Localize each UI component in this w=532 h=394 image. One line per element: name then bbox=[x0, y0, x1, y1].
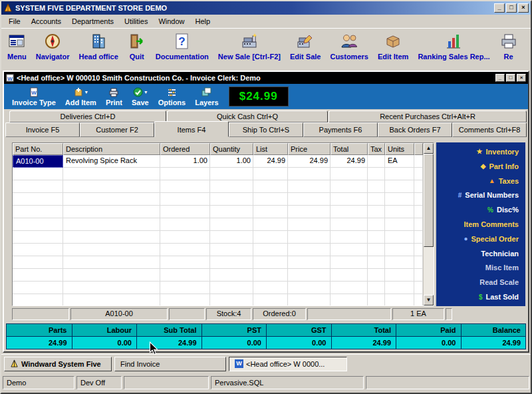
navigator-button[interactable]: Navigator bbox=[31, 30, 74, 61]
col-header-units[interactable]: Units bbox=[385, 143, 414, 155]
invoice-type-button[interactable]: W Invoice Type bbox=[7, 87, 61, 107]
invoice-minimize-icon[interactable]: _ bbox=[495, 74, 505, 82]
taskbar-invoice-window-button[interactable]: W <Head office> W 0000... bbox=[229, 357, 347, 371]
sidebar-item-item-comments[interactable]: Item Comments bbox=[436, 220, 525, 228]
tab-items[interactable]: Items F4 bbox=[154, 121, 229, 137]
invoice-window-icon: W bbox=[6, 74, 14, 82]
cash-register-icon bbox=[240, 31, 259, 52]
table-row[interactable]: A010-00 Revolving Spice Rack 1.00 1.00 2… bbox=[13, 155, 423, 168]
menu-window[interactable]: Window bbox=[153, 16, 190, 27]
window-taskbar: Windward System Five Find Invoice W <Hea… bbox=[1, 354, 531, 373]
invoice-toolbar: W Invoice Type ▾ Add Item Print bbox=[4, 84, 528, 109]
cell-part-no[interactable]: A010-00 bbox=[13, 155, 63, 168]
summary-header-paid: Paid bbox=[396, 324, 461, 337]
bar-chart-icon bbox=[444, 31, 463, 52]
summary-values-row: 24.99 0.00 24.99 0.00 0.00 24.99 0.00 24… bbox=[7, 337, 525, 349]
summary-header-row: Parts Labour Sub Total PST GST Total Pai… bbox=[7, 324, 525, 337]
col-header-part-no[interactable]: Part No. bbox=[13, 143, 63, 155]
options-button[interactable]: Options bbox=[154, 87, 191, 107]
summary-header-gst: GST bbox=[266, 324, 331, 337]
close-button-icon[interactable]: × bbox=[518, 3, 529, 13]
col-header-tax[interactable]: Tax bbox=[368, 143, 385, 155]
col-header-price[interactable]: Price bbox=[288, 143, 331, 155]
tab-payments[interactable]: Payments F6 bbox=[303, 122, 378, 137]
tab-comments[interactable]: Comments Ctrl+F8 bbox=[452, 122, 527, 137]
grid-body[interactable]: A010-00 Revolving Spice Rack 1.00 1.00 2… bbox=[13, 155, 423, 305]
sidebar-item-serial-numbers[interactable]: #Serial Numbers bbox=[436, 191, 525, 199]
sidebar-item-inventory[interactable]: ★Inventory bbox=[436, 148, 525, 156]
cell-description[interactable]: Revolving Spice Rack bbox=[63, 155, 160, 168]
mdi-area: W <Head office> W 000010 Smith Construct… bbox=[1, 69, 531, 354]
status-panel-blank-1 bbox=[124, 376, 209, 389]
tab-ship-to[interactable]: Ship To Ctrl+S bbox=[229, 122, 303, 137]
edit-sale-button[interactable]: Edit Sale bbox=[285, 30, 325, 61]
cell-units[interactable]: EA bbox=[385, 155, 414, 168]
status-units: 1 EA bbox=[392, 308, 444, 320]
sidebar-item-taxes[interactable]: ▲Taxes bbox=[436, 177, 525, 185]
status-stock: Stock:4 bbox=[206, 308, 251, 320]
menu-accounts[interactable]: Accounts bbox=[26, 16, 66, 27]
col-header-ordered[interactable]: Ordered bbox=[160, 143, 210, 155]
cell-tax[interactable] bbox=[368, 155, 385, 168]
col-header-description[interactable]: Description bbox=[63, 143, 160, 155]
taskbar-windward-button[interactable]: Windward System Five bbox=[4, 357, 112, 371]
inventory-icon: ★ bbox=[477, 148, 483, 155]
cell-ordered[interactable]: 1.00 bbox=[160, 155, 210, 168]
maximize-button-icon[interactable]: □ bbox=[506, 3, 517, 13]
scrollbar-thumb[interactable] bbox=[424, 154, 434, 247]
minimize-button-icon[interactable]: _ bbox=[494, 3, 505, 13]
save-button[interactable]: ▾ Save bbox=[127, 87, 154, 107]
cell-price[interactable]: 24.99 bbox=[288, 155, 331, 168]
status-panel-demo: Demo bbox=[3, 376, 74, 389]
sidebar-item-part-info[interactable]: ◆Part Info bbox=[436, 162, 525, 170]
scroll-up-icon[interactable]: ▲ bbox=[424, 143, 434, 154]
tab-recent-purchases[interactable]: Recent Purchases Ctrl+Alt+R bbox=[329, 110, 527, 122]
ranking-sales-rep-button[interactable]: Ranking Sales Rep... bbox=[413, 30, 494, 61]
discount-icon: % bbox=[487, 206, 493, 214]
head-office-button[interactable]: Head office bbox=[74, 30, 122, 61]
compass-icon bbox=[43, 31, 62, 52]
invoice-restore-icon[interactable]: □ bbox=[506, 74, 515, 82]
secondary-tabs: Deliveries Ctrl+D Quick Cash Ctrl+Q Rece… bbox=[4, 109, 528, 122]
customers-button[interactable]: Customers bbox=[325, 30, 372, 61]
save-dropdown-icon[interactable]: ▾ bbox=[144, 89, 147, 95]
tab-back-orders[interactable]: Back Orders F7 bbox=[378, 122, 452, 137]
invoice-window-title: <Head office> W 000010 Smith Constructio… bbox=[17, 74, 495, 82]
menu-file[interactable]: File bbox=[3, 16, 26, 27]
menu-help[interactable]: Help bbox=[190, 16, 216, 27]
sidebar-item-special-order[interactable]: ●Special Order bbox=[436, 235, 525, 243]
vertical-scrollbar[interactable]: ▲ ▼ bbox=[423, 143, 434, 305]
sidebar-item-discount[interactable]: %Disc% bbox=[436, 206, 525, 214]
invoice-close-icon[interactable]: × bbox=[517, 74, 526, 82]
tab-deliveries[interactable]: Deliveries Ctrl+D bbox=[9, 110, 166, 122]
summary-header-labour: Labour bbox=[72, 324, 137, 337]
new-sale-button[interactable]: New Sale [Ctrl-F2] bbox=[213, 30, 285, 61]
menu-utilities[interactable]: Utilities bbox=[119, 16, 153, 27]
cell-quantity[interactable]: 1.00 bbox=[210, 155, 253, 168]
tab-invoice[interactable]: Invoice F5 bbox=[5, 122, 80, 137]
invoice-window: W <Head office> W 000010 Smith Construct… bbox=[3, 71, 529, 353]
edit-item-button[interactable]: Edit Item bbox=[373, 30, 413, 61]
menu-departments[interactable]: Departments bbox=[66, 16, 119, 27]
sidebar-item-read-scale[interactable]: Read Scale bbox=[436, 278, 525, 286]
reports-button[interactable]: Re bbox=[495, 30, 523, 61]
documentation-button[interactable]: ? Documentation bbox=[151, 30, 213, 61]
cell-list[interactable]: 24.99 bbox=[253, 155, 288, 168]
quit-button[interactable]: Quit bbox=[123, 30, 151, 61]
sidebar-item-technician[interactable]: Technician bbox=[436, 250, 525, 258]
print-button[interactable]: Print bbox=[101, 87, 127, 107]
scroll-down-icon[interactable]: ▼ bbox=[424, 295, 434, 305]
layers-button[interactable]: Layers bbox=[190, 87, 223, 107]
sidebar-item-misc-item[interactable]: Misc Item bbox=[436, 264, 525, 272]
col-header-total[interactable]: Total bbox=[331, 143, 368, 155]
menu-button[interactable]: Menu bbox=[3, 30, 31, 61]
sidebar-item-last-sold[interactable]: $Last Sold bbox=[436, 293, 525, 301]
add-item-button[interactable]: ▾ Add Item bbox=[61, 87, 101, 107]
tab-customer[interactable]: Customer F2 bbox=[80, 122, 154, 137]
add-item-dropdown-icon[interactable]: ▾ bbox=[85, 89, 88, 95]
col-header-quantity[interactable]: Quantity bbox=[210, 143, 253, 155]
col-header-list[interactable]: List bbox=[253, 143, 288, 155]
invoice-total-display: $24.99 bbox=[229, 87, 289, 106]
cell-total[interactable]: 24.99 bbox=[331, 155, 368, 168]
taskbar-find-invoice-button[interactable]: Find Invoice bbox=[114, 357, 226, 371]
